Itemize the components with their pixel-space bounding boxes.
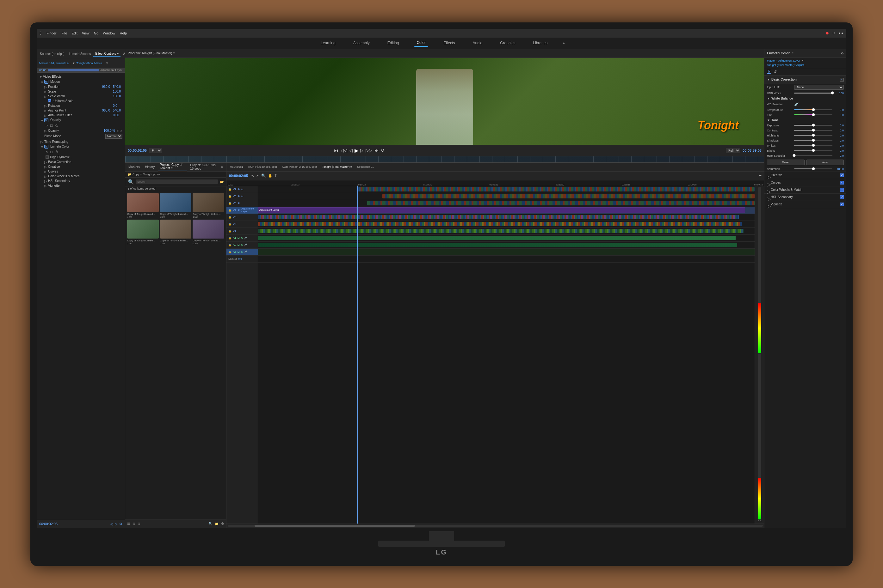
blacks-slider[interactable]	[794, 150, 832, 151]
tab-color[interactable]: Color	[414, 39, 428, 47]
menu-help[interactable]: Help	[120, 31, 127, 35]
tl-tab-961[interactable]: 961A6981	[228, 165, 245, 169]
a2-mic[interactable]: 🎤	[244, 244, 247, 246]
scale-val[interactable]: 100.0	[113, 90, 122, 93]
ec-bc-tri[interactable]: ▷	[44, 160, 47, 163]
whites-thumb[interactable]	[812, 144, 815, 147]
thumb-item-5[interactable]: Copy of Tonight Linked... 0:16	[160, 220, 192, 245]
anchor-point-val2[interactable]: 540.0	[113, 109, 122, 112]
wb-eyedropper-icon[interactable]: 💉	[794, 102, 799, 106]
v6-mute[interactable]: M	[241, 195, 244, 198]
input-lut-select[interactable]: None	[794, 85, 844, 90]
a1-solo[interactable]: S	[241, 237, 242, 240]
project-search-input[interactable]	[136, 180, 218, 184]
high-dynamic-checkbox[interactable]	[45, 156, 49, 159]
tab-source[interactable]: Source: (no clips)	[38, 51, 66, 56]
color-wheels-section[interactable]: ▷ Color Wheels & Match	[764, 186, 846, 194]
scale-width-val[interactable]: 100.0	[113, 94, 122, 98]
tint-slider[interactable]	[794, 114, 832, 116]
cw-enabled[interactable]	[840, 188, 844, 192]
whites-slider[interactable]	[794, 145, 832, 146]
ve-collapse-icon[interactable]: ▼	[39, 75, 42, 78]
v5-eye[interactable]: 👁	[238, 202, 240, 205]
rotation-val[interactable]: 0.0	[113, 104, 122, 107]
position-val2[interactable]: 540.0	[113, 85, 122, 88]
tab-assembly[interactable]: Assembly	[351, 39, 372, 46]
v4-lock[interactable]: 🔒	[228, 209, 232, 212]
ec-prev-icon[interactable]: ◁	[110, 522, 113, 526]
a1-mute[interactable]: M	[238, 237, 240, 240]
shadows-slider[interactable]	[794, 140, 832, 141]
tl-add-track[interactable]: +	[759, 173, 761, 178]
tl-text-tool[interactable]: T	[275, 174, 277, 178]
thumb-item-1[interactable]: Copy of Tonight Linked... 1:04	[127, 193, 159, 218]
position-val1[interactable]: 960.0	[102, 85, 111, 88]
basic-correction-header[interactable]: ▼ Basic Correction ✓	[764, 75, 846, 84]
lc-sequence-label[interactable]: Tonight (Final Master)* Adjust...	[767, 63, 806, 67]
tl-tab-kor15[interactable]: KOR Version 2 15 sec. spot	[280, 165, 319, 169]
tab-learning[interactable]: Learning	[318, 39, 338, 46]
exposure-slider[interactable]	[794, 125, 832, 126]
lumetri-settings-icon[interactable]: ⚙	[841, 51, 844, 55]
tl-zoom-tool[interactable]: 🔍	[261, 174, 266, 178]
tint-thumb[interactable]	[812, 113, 815, 116]
v7-lock[interactable]: 🔒	[228, 188, 232, 191]
ec-cr-tri[interactable]: ▷	[44, 165, 47, 168]
menu-view[interactable]: View	[82, 31, 90, 35]
tab-lumetri-scopes[interactable]: Lumetri Scopes	[67, 51, 93, 56]
thumb-item-3[interactable]: Copy of Tonight Linked... 1:22	[193, 193, 224, 218]
v5-lock[interactable]: 🔒	[228, 202, 232, 205]
reset-button[interactable]: Reset	[767, 159, 805, 165]
highlights-thumb[interactable]	[812, 134, 815, 137]
proj-delete[interactable]: 🗑	[221, 522, 224, 525]
hdr-specular-thumb[interactable]	[793, 154, 796, 157]
thumb-item-4[interactable]: Copy of Tonight Linked... 1:50	[127, 220, 159, 245]
v6-lock[interactable]: 🔒	[228, 195, 232, 198]
lumetri-menu-icon[interactable]: ≡	[791, 51, 793, 55]
tl-tab-kor30[interactable]: KOR Plus 30 sec. spot	[247, 165, 279, 169]
project-filename[interactable]: Copy of Tonight.prproj	[132, 173, 160, 176]
menu-go[interactable]: Go	[94, 31, 99, 35]
prev-frame-btn[interactable]: ◁	[349, 148, 353, 153]
adjustment-layer-clip[interactable]: Adjustment Layer	[258, 207, 745, 213]
hsl-section[interactable]: ▷ HSL Secondary	[764, 194, 846, 201]
shadows-thumb[interactable]	[812, 139, 815, 142]
menu-edit[interactable]: Edit	[71, 31, 77, 35]
v7-mute[interactable]: M	[241, 188, 244, 191]
tl-scroll-thumb[interactable]	[254, 525, 415, 527]
vignette-enabled[interactable]	[840, 202, 844, 206]
ec-vig-tri[interactable]: ▷	[44, 184, 47, 187]
hdr-specular-slider[interactable]	[794, 155, 832, 156]
creative-section[interactable]: ▷ Creative	[764, 172, 846, 179]
hdr-white-slider[interactable]	[794, 93, 832, 93]
project-tabs-more[interactable]: »	[219, 165, 225, 170]
opacity-value[interactable]: 100.0 %	[104, 129, 116, 132]
v6-eye[interactable]: 👁	[238, 195, 240, 198]
tab-markers[interactable]: Markers	[126, 165, 142, 170]
uniform-scale-checkbox[interactable]: ✓	[48, 99, 51, 102]
ec-cw-tri[interactable]: ▷	[44, 175, 47, 177]
tab-editing[interactable]: Editing	[385, 39, 402, 46]
hsl-enabled[interactable]	[840, 195, 844, 199]
project-folder-icon[interactable]: 📂	[220, 180, 224, 184]
proj-list-icon[interactable]: ☰	[127, 522, 130, 525]
pm-quality-select[interactable]: Full	[726, 148, 740, 153]
exposure-thumb[interactable]	[812, 123, 815, 127]
pm-fit-select[interactable]: Fit	[149, 148, 162, 153]
v1-lock[interactable]: 🔒	[228, 230, 232, 232]
anchor-point-val1[interactable]: 960.0	[102, 109, 111, 112]
play-btn[interactable]: ▶	[355, 147, 358, 153]
blend-mode-select[interactable]: Normal	[105, 134, 122, 139]
ec-cu-tri[interactable]: ▷	[44, 170, 47, 172]
lc-master-label[interactable]: Master * Adjustment Layer	[767, 59, 800, 62]
a3-mic[interactable]: 🎤	[244, 250, 247, 254]
play-out-btn[interactable]: ⏭	[375, 148, 379, 153]
tab-effect-controls[interactable]: Effect Controls ≡	[93, 51, 120, 57]
next-frame-btn[interactable]: ▷	[360, 148, 364, 153]
ec-hsl-tri[interactable]: ▷	[44, 180, 47, 182]
tab-project-kor[interactable]: Project: KOR Plus 15 secc	[188, 163, 218, 171]
temperature-thumb[interactable]	[812, 108, 815, 111]
workspace-more-icon[interactable]: »	[563, 41, 565, 45]
saturation-thumb[interactable]	[812, 167, 815, 170]
v3-lock[interactable]: 🔒	[228, 216, 232, 219]
